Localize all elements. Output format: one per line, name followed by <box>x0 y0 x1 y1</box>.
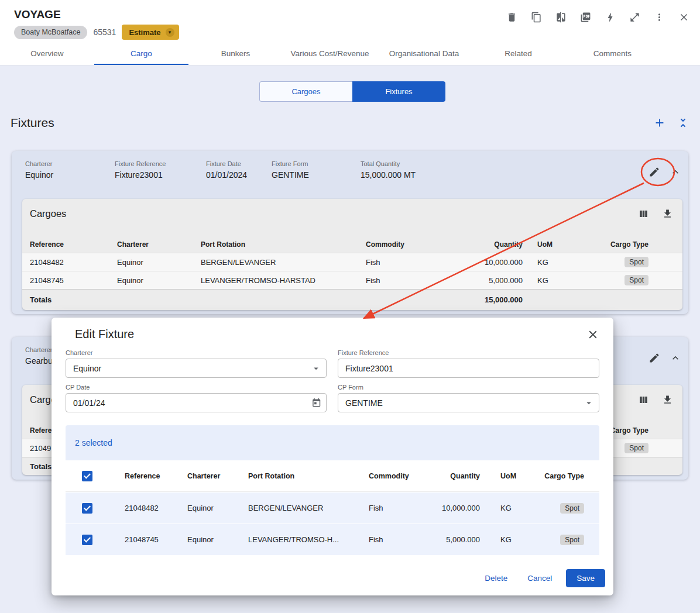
dropdown-arrow-icon <box>311 363 321 374</box>
select-all-checkbox[interactable] <box>82 471 92 481</box>
selected-value: Equinor <box>73 364 311 373</box>
copy-icon[interactable] <box>531 12 542 23</box>
download-icon[interactable] <box>662 208 673 219</box>
column-header: Quantity <box>427 472 480 480</box>
column-header: Reference <box>30 240 117 249</box>
edit-fixture-icon[interactable] <box>648 352 660 364</box>
column-header: Cargo Type <box>527 472 599 480</box>
fixture-card-actions <box>648 352 681 364</box>
fixtures-section-header: Fixtures <box>11 116 689 130</box>
edit-fixture-icon[interactable] <box>648 166 660 178</box>
column-header: Port Rotation <box>201 240 366 249</box>
column-header: UoM <box>523 240 587 249</box>
column-header: Commodity <box>366 240 466 249</box>
download-icon[interactable] <box>662 394 673 405</box>
tab-cargo[interactable]: Cargo <box>94 43 188 65</box>
cell-uom: KG <box>523 258 587 267</box>
toggle-cargoes[interactable]: Cargoes <box>259 81 352 102</box>
cell-quantity: 5,000.000 <box>427 535 480 544</box>
save-button[interactable]: Save <box>566 569 605 587</box>
tab-comments[interactable]: Comments <box>565 43 660 65</box>
cargo-type-chip: Spot <box>560 503 584 514</box>
toggle-fixtures[interactable]: Fixtures <box>352 81 445 102</box>
field-label: CP Date <box>66 384 327 391</box>
selection-banner: 2 selected <box>66 425 599 460</box>
columns-icon[interactable] <box>638 208 649 219</box>
fixture-field-total-quantity: Total Quantity 15,000.000 MT <box>361 160 416 180</box>
cell-port-rotation: BERGEN/LEVANGER <box>248 504 369 512</box>
cargo-row[interactable]: 21048482 Equinor BERGEN/LEVANGER Fish 10… <box>22 253 682 271</box>
cargo-type-chip: Spot <box>624 443 648 453</box>
fixture-reference-field: Fixture Reference <box>338 349 599 378</box>
fixture-card: Charterer Equinor Fixture Reference Fixt… <box>12 151 688 314</box>
fixtures-section-title: Fixtures <box>11 116 54 130</box>
cp-date-input[interactable] <box>73 398 311 408</box>
dialog-cargo-row[interactable]: 21048745 Equinor LEVANGER/TROMSO-H... Fi… <box>66 524 599 555</box>
column-header: UoM <box>480 472 527 480</box>
more-vert-icon[interactable] <box>654 12 665 23</box>
expand-icon[interactable] <box>629 12 640 23</box>
collapse-fixture-icon[interactable] <box>670 166 681 178</box>
field-value: 15,000.000 MT <box>361 170 416 180</box>
field-value: 01/01/2024 <box>206 170 272 180</box>
compare-icon[interactable] <box>555 12 567 23</box>
cp-form-field: CP Form GENTIME <box>338 384 599 412</box>
delete-icon[interactable] <box>506 12 517 23</box>
vessel-chip[interactable]: Boaty McBoatface <box>14 26 87 39</box>
collapse-fixture-icon[interactable] <box>670 352 681 364</box>
tab-overview[interactable]: Overview <box>0 43 94 65</box>
cp-form-select[interactable]: GENTIME <box>338 393 599 412</box>
cargoes-table-header: Reference Charterer Port Rotation Commod… <box>22 236 682 253</box>
calendar-icon[interactable] <box>311 398 321 408</box>
field-value: GENTIME <box>272 170 361 180</box>
cargo-type-chip: Spot <box>624 257 648 267</box>
cp-date-control <box>66 393 327 412</box>
add-fixture-icon[interactable] <box>653 116 666 129</box>
tab-related[interactable]: Related <box>471 43 565 65</box>
bolt-icon[interactable] <box>605 12 616 23</box>
close-icon[interactable] <box>678 12 689 23</box>
close-dialog-icon[interactable] <box>586 328 599 341</box>
cargo-type-chip: Spot <box>560 535 584 545</box>
charterer-select[interactable]: Equinor <box>66 359 327 378</box>
fixture-field-charterer: Charterer Equinor <box>25 160 115 180</box>
cancel-button[interactable]: Cancel <box>521 569 558 587</box>
estimate-button[interactable]: Estimate ▾ <box>122 25 179 40</box>
fixture-summary-fields: Charterer Equinor Fixture Reference Fixt… <box>12 151 688 180</box>
fixture-reference-input[interactable] <box>345 364 592 373</box>
fixture-card-actions <box>648 166 681 178</box>
cargo-type-chip: Spot <box>624 275 648 285</box>
cargoes-actions <box>638 394 673 405</box>
cell-quantity: 10,000.000 <box>427 504 480 512</box>
dialog-cargo-row[interactable]: 21048482 Equinor BERGEN/LEVANGER Fish 10… <box>66 493 599 524</box>
fixture-field-date: Fixture Date 01/01/2024 <box>206 160 272 180</box>
tab-bunkers[interactable]: Bunkers <box>188 43 283 65</box>
estimate-caret-icon: ▾ <box>166 28 174 37</box>
cell-charterer: Equinor <box>187 535 248 544</box>
pdf-icon[interactable] <box>580 12 591 23</box>
collapse-all-icon[interactable] <box>677 116 689 129</box>
cell-charterer: Equinor <box>187 504 248 512</box>
row-checkbox[interactable] <box>82 535 92 545</box>
fixture-field-reference: Fixture Reference Fixture23001 <box>115 160 206 180</box>
cargo-row[interactable]: 21048745 Equinor LEVANGER/TROMSO-HARSTAD… <box>22 271 682 289</box>
columns-icon[interactable] <box>638 394 649 405</box>
edit-fixture-dialog: Edit Fixture Charterer Equinor Fixture R… <box>52 318 613 595</box>
cell-port-rotation: BERGEN/LEVANGER <box>201 258 366 267</box>
totals-label: Totals <box>30 295 117 304</box>
cell-commodity: Fish <box>366 258 466 267</box>
tab-various-cost-revenue[interactable]: Various Cost/Revenue <box>283 43 377 65</box>
dialog-title: Edit Fixture <box>75 328 134 341</box>
fixture-reference-control <box>338 359 599 378</box>
column-header: Commodity <box>369 472 427 480</box>
page-title: VOYAGE <box>14 8 61 21</box>
delete-button[interactable]: Delete <box>479 569 513 587</box>
cell-reference: 21048482 <box>125 504 187 512</box>
row-checkbox[interactable] <box>82 503 92 514</box>
dialog-form: Charterer Equinor Fixture Reference CP D… <box>66 349 599 412</box>
field-label: Charterer <box>66 349 327 356</box>
fixtures-section-actions <box>653 116 689 129</box>
field-label: Total Quantity <box>361 160 416 167</box>
cell-uom: KG <box>480 535 527 544</box>
tab-organisational-data[interactable]: Organisational Data <box>377 43 471 65</box>
